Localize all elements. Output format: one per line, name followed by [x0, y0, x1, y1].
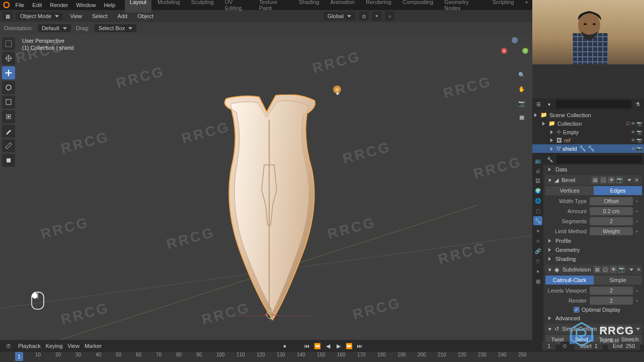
proptab-constraint[interactable]: 🔗 — [533, 246, 542, 255]
bevel-amount-field[interactable]: 0.2 cm — [590, 207, 633, 215]
tab-uvediting[interactable]: UV Editing — [220, 0, 253, 13]
proptab-physics[interactable]: ⚛ — [533, 236, 542, 245]
timeline-ruler[interactable]: 1 10203040506070809010011012013014015016… — [0, 352, 644, 362]
outliner-collection[interactable]: 📁 Collection ☑👁📷 — [532, 119, 644, 128]
proptab-mesh[interactable]: ▽ — [533, 256, 542, 265]
subdiv-render-field[interactable]: 2 — [590, 297, 633, 305]
outliner-display-icon[interactable]: ▾ — [545, 100, 553, 109]
frame-range-icon[interactable]: ⏲ — [560, 341, 570, 350]
proptab-material[interactable]: ● — [533, 266, 542, 276]
play-reverse-icon[interactable]: ◀ — [324, 342, 333, 350]
shield-mesh[interactable] — [216, 95, 322, 321]
grid-icon[interactable]: ▦ — [516, 112, 527, 123]
outliner-search-input[interactable] — [556, 100, 631, 108]
autokey-icon[interactable]: ● — [280, 342, 289, 350]
drag-dropdown[interactable]: Select Box — [95, 24, 137, 32]
tool-annotate[interactable] — [2, 125, 15, 138]
bevel-edges-tab[interactable]: Edges — [594, 186, 642, 195]
header-select[interactable]: Select — [89, 12, 111, 20]
menu-render[interactable]: Render — [46, 1, 71, 10]
subdiv-simple-tab[interactable]: Simple — [594, 276, 642, 285]
props-type-icon[interactable]: 🔧 — [545, 155, 554, 164]
menu-edit[interactable]: Edit — [29, 1, 45, 10]
editor-type-icon[interactable]: ▦ — [3, 12, 12, 21]
pivot-icon[interactable]: ⊙ — [359, 12, 368, 21]
optimal-display-checkbox[interactable]: ✓ — [574, 307, 580, 313]
tool-move[interactable] — [2, 66, 15, 79]
transform-orient-dropdown[interactable]: Global — [324, 12, 355, 20]
props-data-section[interactable]: Data — [543, 165, 644, 174]
tab-geometrynodes[interactable]: Geometry Nodes — [439, 0, 487, 13]
keyframe-next-icon[interactable]: ⏩ — [345, 342, 354, 350]
outliner-scene-collection[interactable]: 📁 Scene Collection — [532, 111, 644, 119]
tab-layout[interactable]: Layout — [125, 0, 151, 13]
tool-scale[interactable] — [2, 96, 15, 109]
timeline-type-icon[interactable]: ⏱ — [4, 341, 13, 350]
tool-rotate[interactable] — [2, 81, 15, 94]
timeline-playback[interactable]: Playback — [18, 343, 41, 349]
header-view[interactable]: View — [67, 12, 85, 20]
nav-gizmo[interactable]: Z X Y — [501, 37, 528, 64]
viewport-3d[interactable]: User Perspective (1) Collection | shield — [0, 34, 532, 340]
tab-shading[interactable]: Shading — [294, 0, 324, 13]
bevel-segments-field[interactable]: 2 — [590, 217, 633, 225]
tab-add[interactable]: + — [520, 0, 533, 13]
modifier-subdiv-header[interactable]: ▾◉Subdivision ▤▢👁📷 ✕ — [545, 264, 642, 275]
timeline-marker[interactable]: Marker — [85, 343, 102, 349]
modifier-subdiv-close-icon[interactable]: ✕ — [636, 266, 641, 273]
proptab-texture[interactable]: ▦ — [533, 277, 542, 286]
current-frame-field[interactable]: 1 — [542, 342, 555, 350]
proptab-object[interactable]: ▢ — [533, 206, 542, 215]
subdiv-levels-field[interactable]: 2 — [590, 287, 633, 295]
tool-transform[interactable] — [2, 110, 15, 123]
tool-select[interactable] — [2, 37, 15, 50]
tab-rendering[interactable]: Rendering — [361, 0, 396, 13]
outliner-filter-icon[interactable]: ⚗ — [633, 100, 642, 109]
subdiv-catmull-tab[interactable]: Catmull-Clark — [545, 276, 594, 285]
tab-animation[interactable]: Animation — [325, 0, 360, 13]
playhead[interactable]: 1 — [15, 352, 23, 361]
camera-icon[interactable]: 📷 — [516, 98, 527, 109]
header-add[interactable]: Add — [115, 12, 131, 20]
props-search-input[interactable] — [556, 155, 642, 163]
snap-icon[interactable]: ⌖ — [372, 12, 381, 21]
proptab-scene[interactable]: 🌍 — [533, 186, 542, 195]
pan-icon[interactable]: ✋ — [516, 83, 527, 95]
bevel-vertices-tab[interactable]: Vertices — [545, 186, 594, 195]
outliner-empty[interactable]: ⊹ Empty 👁📷 — [532, 128, 644, 136]
bevel-limit-field[interactable]: Weight — [590, 227, 633, 235]
menu-file[interactable]: File — [12, 1, 28, 10]
tab-texturepaint[interactable]: Texture Paint — [254, 0, 293, 13]
orientation-dropdown[interactable]: Default — [38, 24, 71, 32]
proptab-particle[interactable]: ✦ — [533, 226, 542, 235]
jump-end-icon[interactable]: ⏭ — [355, 342, 364, 350]
zoom-icon[interactable]: 🔍 — [516, 69, 527, 80]
tab-sculpting[interactable]: Sculpting — [186, 0, 219, 13]
tab-compositing[interactable]: Compositing — [397, 0, 438, 13]
tool-cursor[interactable] — [2, 52, 15, 65]
proptab-modifier[interactable]: 🔧 — [533, 216, 542, 225]
header-object[interactable]: Object — [134, 12, 156, 20]
keyframe-prev-icon[interactable]: ⏪ — [313, 342, 322, 350]
outliner-shield[interactable]: ▽ shield 🔧 🔧 👁📷 — [532, 144, 644, 153]
bevel-widthtype-field[interactable]: Offset — [590, 197, 633, 205]
tool-addcube[interactable] — [2, 154, 15, 167]
proportional-icon[interactable]: ○ — [385, 12, 394, 21]
tab-modeling[interactable]: Modeling — [152, 0, 185, 13]
bevel-shading-section[interactable]: Shading — [543, 254, 644, 263]
proptab-viewlayer[interactable]: 🖼 — [533, 176, 542, 185]
play-icon[interactable]: ▶ — [334, 342, 343, 350]
proptab-render[interactable]: 📺 — [533, 156, 542, 165]
menu-help[interactable]: Help — [100, 1, 119, 10]
bevel-geometry-section[interactable]: Geometry — [543, 245, 644, 254]
timeline-keying[interactable]: Keying — [46, 343, 63, 349]
outliner-ref[interactable]: 🖼 ref 👁📷 — [532, 136, 644, 144]
bevel-profile-section[interactable]: Profile — [543, 236, 644, 245]
proptab-output[interactable]: 🖨 — [533, 166, 542, 175]
menu-window[interactable]: Window — [72, 1, 99, 10]
tab-scripting[interactable]: Scripting — [488, 0, 519, 13]
proptab-world[interactable]: 🌐 — [533, 196, 542, 205]
modifier-bevel-close-icon[interactable]: ✕ — [634, 177, 639, 184]
outliner-type-icon[interactable]: ☰ — [534, 100, 543, 109]
mode-dropdown[interactable]: Object Mode — [16, 12, 63, 20]
